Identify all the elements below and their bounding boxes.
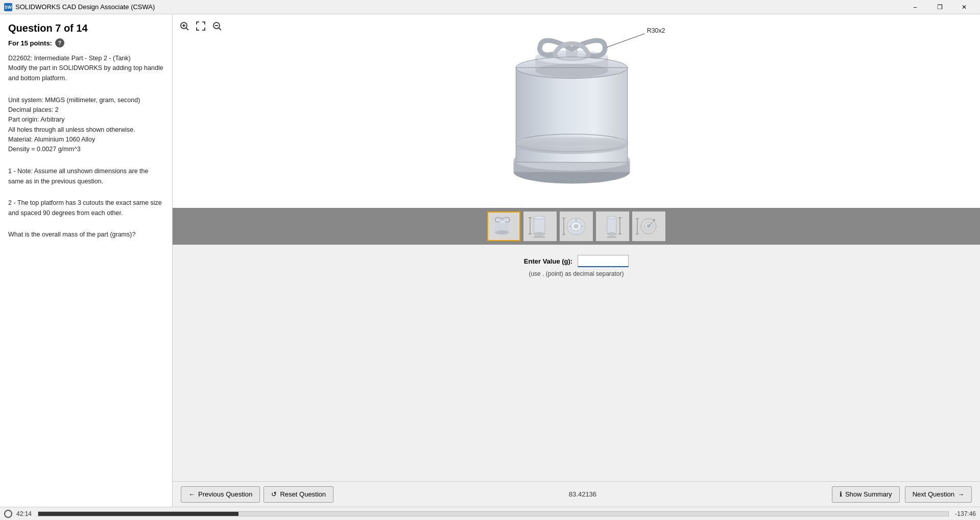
svg-point-40 (574, 225, 578, 228)
help-icon[interactable]: ? (55, 38, 64, 48)
thumbnail-top[interactable] (560, 211, 593, 241)
summary-label: Show Summary (845, 490, 892, 498)
window-controls: – ❐ ✕ (903, 0, 976, 14)
prev-arrow-icon: ← (188, 490, 195, 498)
timer-bar-container (38, 511, 949, 516)
input-row: Enter Value (g): (524, 255, 629, 267)
app-icon: SW (4, 3, 12, 11)
prev-question-button[interactable]: ← Previous Question (181, 486, 260, 503)
show-summary-button[interactable]: ℹ Show Summary (832, 486, 900, 503)
question-body: D22602: Intermediate Part - Step 2 - (Ta… (8, 54, 164, 242)
cad-image-area: R30x2 (173, 14, 980, 208)
svg-point-33 (534, 232, 545, 235)
clock-icon (4, 510, 12, 518)
value-input[interactable] (578, 255, 629, 267)
timer-bar (38, 512, 238, 516)
svg-point-29 (495, 230, 509, 234)
svg-point-49 (607, 233, 616, 235)
title-bar-left: SW SOLIDWORKS CAD Design Associate (CSWA… (4, 3, 155, 11)
info-icon: ℹ (840, 490, 842, 498)
nav-right: ℹ Show Summary Next Question → (832, 486, 972, 503)
svg-point-15 (516, 136, 628, 154)
thumbnail-strip: R (173, 208, 980, 245)
thumbnail-side[interactable] (596, 211, 629, 241)
points-row: For 15 points: ? (8, 38, 164, 48)
right-area: R30x2 (173, 14, 980, 507)
points-label: For 15 points: (8, 39, 52, 47)
svg-point-48 (607, 217, 616, 219)
question-header: Question 7 of 14 (8, 22, 164, 34)
status-bar: 42:14 -137:46 (0, 507, 980, 520)
svg-text:R: R (653, 219, 655, 222)
decimal-hint: (use . (point) as decimal separator) (529, 270, 624, 277)
svg-point-32 (534, 216, 545, 219)
minimize-button[interactable]: – (903, 0, 927, 14)
close-button[interactable]: ✕ (952, 0, 976, 14)
tank-illustration: R30x2 (454, 14, 699, 208)
next-question-label: Next Question (913, 490, 954, 498)
center-value: 83.42136 (569, 490, 596, 498)
svg-text:R30x2: R30x2 (647, 27, 665, 34)
next-question-button[interactable]: Next Question → (905, 486, 972, 503)
reset-icon: ↺ (271, 490, 277, 498)
maximize-button[interactable]: ❐ (928, 0, 951, 14)
svg-rect-31 (534, 218, 545, 234)
viewer-container: R30x2 (173, 14, 980, 208)
next-arrow-icon: → (958, 490, 964, 498)
nav-center: 83.42136 (333, 490, 832, 498)
prev-question-label: Previous Question (198, 490, 252, 498)
content-spacer (173, 288, 980, 481)
timer-remaining: -137:46 (955, 510, 976, 517)
main-container: Question 7 of 14 For 15 points: ? D22602… (0, 14, 980, 507)
thumbnail-detail[interactable]: R (632, 211, 665, 241)
app-title: SOLIDWORKS CAD Design Associate (CSWA) (15, 3, 155, 11)
left-panel: Question 7 of 14 For 15 points: ? D22602… (0, 14, 173, 507)
reset-question-label: Reset Question (280, 490, 326, 498)
title-bar: SW SOLIDWORKS CAD Design Associate (CSWA… (0, 0, 980, 14)
svg-line-23 (606, 34, 644, 48)
thumbnail-front[interactable] (523, 211, 557, 241)
bottom-nav: ← Previous Question ↺ Reset Question 83.… (173, 481, 980, 507)
thumbnail-3d[interactable] (487, 211, 520, 241)
reset-question-button[interactable]: ↺ Reset Question (264, 486, 333, 503)
input-label: Enter Value (g): (524, 257, 572, 265)
svg-rect-47 (607, 218, 616, 234)
timer-current: 42:14 (16, 510, 32, 517)
svg-point-18 (535, 63, 608, 77)
svg-point-30 (499, 219, 505, 221)
input-area: Enter Value (g): (use . (point) as decim… (173, 245, 980, 288)
